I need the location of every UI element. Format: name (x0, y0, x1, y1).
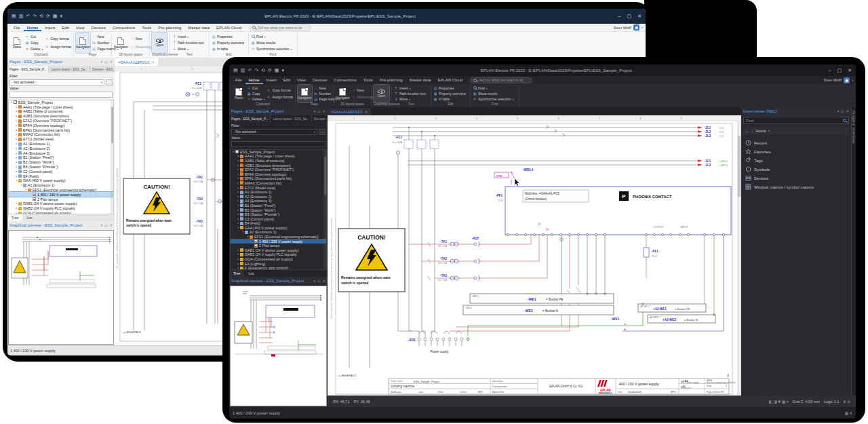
redo-icon[interactable]: ↷ (33, 14, 37, 19)
minimize-button[interactable]: – (829, 68, 831, 73)
tree-item[interactable]: ▸ GAB2 (24 V supply PLC signals) (231, 252, 326, 257)
tree-item[interactable]: ▸ AAA1 (Title page / cover sheet) (9, 104, 113, 109)
paste-button[interactable]: Paste (11, 33, 23, 53)
tree-item[interactable]: ▸ B1 (Station "Feed") (231, 204, 326, 208)
tab-pages[interactable]: Pages - ESS_Sample_P... (229, 115, 271, 122)
titlebar[interactable]: ▤▥↶↷⟲⟳▦▾ EPLAN Electric P8 2023 - E:\EPL… (229, 64, 856, 76)
ribbon-tab[interactable]: File (10, 24, 24, 31)
grid-icon[interactable]: ▦ (275, 68, 279, 73)
3d-new-button[interactable]: ▫New (130, 37, 151, 41)
tree-item[interactable]: ▸ GAB2 (24 V supply PLC signals) (9, 206, 113, 211)
ribbon-tab[interactable]: Devices (309, 76, 330, 84)
canvas-scrollbar[interactable] (738, 136, 741, 197)
tree-item[interactable]: ▸ B3 (Station "Provide") (231, 212, 326, 217)
zoom-out-icon[interactable]: ⊖ (847, 400, 850, 404)
tree-item[interactable]: 2 Pilot lamps (231, 244, 326, 248)
tree-item[interactable]: ▸ A1 (Enclosure 1) (9, 142, 113, 147)
ribbon-tab[interactable]: Edit (58, 24, 72, 31)
filter-browse-button[interactable]: ... (319, 129, 326, 135)
ribbon-tab[interactable]: Master data (184, 24, 213, 31)
grid-toggle-icon[interactable]: ▦ (782, 400, 785, 404)
insert-center-item-tags[interactable]: Tags (741, 156, 851, 165)
breadcrumb-home[interactable]: Home (755, 129, 766, 133)
page-navigator-button[interactable]: Navigator (76, 33, 90, 53)
close-icon[interactable]: ✕ (110, 223, 113, 227)
filter-browse-button[interactable]: ... (106, 79, 113, 85)
dropdown-icon[interactable]: ▾ (837, 109, 840, 113)
tab-pages[interactable]: Pages - ESS_Sample_P... (7, 66, 49, 73)
cut-button[interactable]: ✂Cut (25, 35, 43, 39)
tree-item[interactable]: ▸ EFA2 (Overview "PROFINET") (231, 168, 326, 172)
refresh-icon[interactable]: ⟲ (261, 68, 265, 73)
tree-scrollbar[interactable] (323, 150, 326, 269)
tree-item[interactable]: ▸ EFA2 (Overview "PROFINET") (9, 119, 113, 123)
insert-center-header[interactable]: Insert center (NEC)▾▭✕ (741, 107, 851, 115)
add-icon[interactable]: ✚ (778, 400, 781, 404)
graphical-preview-header[interactable]: Graphical preview - ESS_Sample_Project▾▭… (229, 277, 328, 285)
tree-item[interactable]: ▸ AAA1 (Title page / cover sheet) (231, 154, 326, 159)
ribbon-tab[interactable]: Edit (280, 76, 294, 84)
pin-icon[interactable]: ▭ (104, 60, 108, 64)
close-icon[interactable]: ✕ (323, 279, 326, 283)
synchronize-selection-button[interactable]: ⟳Synchronize selection▾ (251, 47, 292, 51)
minimize-button[interactable]: – (618, 14, 621, 19)
paste-button[interactable]: Paste (233, 85, 245, 102)
tree-item[interactable]: ▾ GAA (400 V power supply) (231, 226, 326, 231)
tree-item[interactable]: ▸ GQA (Compressed air supply) (231, 257, 326, 262)
grid-setting[interactable]: Grid C: 4,00 mm (793, 400, 820, 404)
dropdown-icon[interactable]: ▾ (314, 109, 316, 113)
ribbon-tab[interactable]: Insert (263, 76, 280, 84)
ribbon-tab[interactable]: Home (24, 24, 42, 31)
tree-item[interactable]: ▸ ETC1 (Model view) (231, 185, 326, 190)
sync-icon[interactable]: ⟳ (46, 14, 50, 19)
find-button[interactable]: Find▾ (251, 35, 292, 39)
layers2-icon[interactable]: ◨ (773, 400, 776, 404)
dropdown-icon[interactable]: ▾ (101, 223, 103, 227)
insert-center-item-favorites[interactable]: Favorites (741, 147, 851, 156)
dropdown-icon[interactable]: ▾ (101, 60, 103, 64)
clear-icon[interactable]: ✕ (849, 411, 852, 415)
copy-button[interactable]: ▣Copy (25, 41, 43, 45)
tree-item[interactable]: ▸ ETC1 (Model view) (9, 137, 113, 142)
in-table-button[interactable]: ▦In table (212, 47, 244, 51)
ribbon-tab[interactable]: Master data (406, 76, 435, 84)
filter-select[interactable]: - Not activated -▾ (231, 129, 317, 135)
3d-navigator-button[interactable]: Navigator (114, 33, 128, 53)
insert-center-search[interactable]: Find (743, 117, 849, 124)
account-area[interactable]: Sven Wolff☻▾ (614, 24, 643, 31)
qat-menu-icon[interactable]: ▾ (281, 68, 284, 73)
back-icon[interactable]: ← (745, 129, 749, 133)
ribbon-tab[interactable]: Home (245, 76, 263, 84)
text-insert-button[interactable]: TInsert▾ (172, 35, 204, 39)
logic-scale[interactable]: Logic 1:1 (824, 400, 839, 404)
property-overview-side-tab[interactable]: Property overview (851, 107, 856, 407)
tree-item[interactable]: ▸ F (Emergency stop control) (231, 266, 326, 270)
pin-icon[interactable]: ▭ (317, 109, 321, 113)
pin-icon[interactable]: ▭ (841, 109, 844, 113)
tree-scrollbar[interactable] (111, 100, 113, 214)
pin-icon[interactable]: ▭ (317, 279, 321, 283)
tab-list[interactable]: List (22, 214, 36, 221)
in-table-button[interactable]: ▦In table (433, 97, 466, 101)
ribbon-tab[interactable]: Tools (138, 24, 155, 31)
document-tab[interactable]: =GAA+A1&EFS1/1✕ (328, 108, 371, 115)
filter-icon[interactable]: ▦ (845, 411, 848, 415)
tell-me-search[interactable]: Tell me what you want to do (470, 77, 532, 83)
grid-icon[interactable]: ▦ (53, 14, 58, 19)
preview-open-button[interactable]: Open (374, 85, 389, 102)
3d-navigator-button[interactable]: Navigator (336, 85, 350, 102)
path-function-text-button[interactable]: TPath function text (394, 92, 426, 96)
dropdown-icon[interactable]: ▾ (314, 279, 316, 283)
close-icon[interactable]: ✕ (110, 60, 113, 64)
tree-item[interactable]: ▸ A4 (Enclosure 3) (9, 151, 113, 155)
show-results-button[interactable]: ▦Show results (251, 41, 292, 45)
tree-item[interactable]: ▾ GAA (400 V power supply) (9, 178, 113, 183)
copy-format-button[interactable]: ✎Copy format (267, 88, 293, 92)
text-insert-button[interactable]: TInsert▾ (394, 86, 426, 90)
zoom-in-icon[interactable]: ⊕ (843, 400, 846, 404)
new-icon[interactable]: ▤ (12, 14, 16, 19)
tree-item[interactable]: ▾ A1 (Enclosure 1) (231, 230, 326, 235)
copy-format-button[interactable]: ✎Copy format (45, 37, 71, 41)
tree-item[interactable]: ▸ B3 (Station "Provide") (9, 165, 113, 170)
undo-icon[interactable]: ↶ (248, 68, 252, 73)
